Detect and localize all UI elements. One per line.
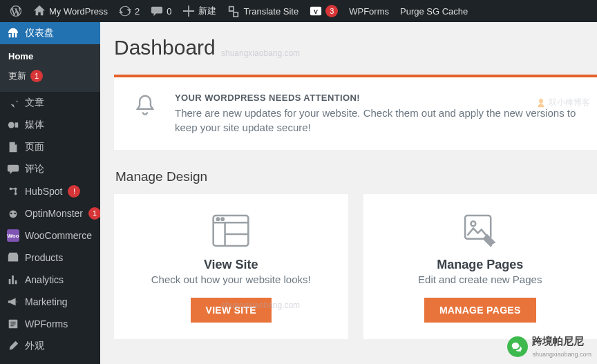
analytics-icon	[7, 274, 19, 286]
home-icon	[33, 5, 46, 17]
dashboard-label: 仪表盘	[25, 27, 54, 39]
wp-logo[interactable]	[4, 0, 28, 22]
vd-icon: V	[310, 5, 322, 17]
sidebar-item-optinmonster[interactable]: OptinMonster1	[0, 202, 100, 224]
vd-badge: 3	[325, 5, 338, 17]
svg-point-12	[217, 218, 219, 220]
view-site-button[interactable]: VIEW SITE	[191, 298, 272, 323]
dashboard-submenu: Home 更新1	[0, 44, 100, 92]
sidebar-item-home[interactable]: Home	[0, 47, 100, 66]
wpforms-link[interactable]: WPForms	[343, 0, 395, 22]
svg-text:V: V	[314, 8, 318, 15]
svg-point-8	[14, 213, 16, 215]
page-title: Dashboard	[114, 36, 597, 59]
refresh-icon	[119, 5, 131, 17]
comments-count: 0	[167, 6, 171, 17]
sidebar-item-dashboard[interactable]: 仪表盘	[0, 22, 100, 44]
products-icon	[7, 251, 19, 264]
content-area: Dashboard YOUR WORDPRESS NEEDS ATTENTION…	[100, 22, 597, 364]
page-icon	[7, 141, 19, 153]
admin-bar: My WordPress 2 0 新建 Translate Site V3 WP…	[0, 0, 597, 22]
visual-diff[interactable]: V3	[304, 0, 343, 22]
manage-pages-card: Manage Pages Edit and create new Pages M…	[363, 194, 598, 339]
brush-icon	[7, 340, 19, 352]
sidebar-item-hubspot[interactable]: HubSpot!	[0, 180, 100, 202]
comments[interactable]: 0	[145, 0, 177, 22]
comments-icon	[7, 163, 19, 175]
translate-site[interactable]: Translate Site	[222, 0, 304, 22]
svg-point-17	[471, 222, 475, 227]
optinmonster-badge: 1	[88, 207, 100, 220]
pin-icon	[7, 97, 19, 109]
wordpress-icon	[10, 5, 22, 17]
hubspot-badge: !	[68, 185, 80, 198]
attention-notice: YOUR WORDPRESS NEEDS ATTENTION! There ar…	[114, 75, 597, 150]
image-cursor-icon	[462, 213, 499, 248]
translate-label: Translate Site	[243, 6, 298, 17]
new-content[interactable]: 新建	[177, 0, 222, 22]
woo-icon: Woo	[7, 229, 19, 242]
sidebar-item-products[interactable]: Products	[0, 247, 100, 269]
cards-row: View Site Check out how your website loo…	[114, 194, 597, 339]
updates-count: 2	[135, 6, 140, 17]
plus-icon	[182, 5, 195, 17]
updates-badge: 1	[30, 70, 43, 82]
notice-body: There are new updates for your website. …	[175, 106, 579, 135]
sidebar-item-appearance[interactable]: 外观	[0, 335, 100, 357]
bell-icon	[132, 93, 160, 120]
purge-cache[interactable]: Purge SG Cache	[395, 0, 473, 22]
site-name[interactable]: My WordPress	[28, 0, 113, 22]
notice-title: YOUR WORDPRESS NEEDS ATTENTION!	[175, 93, 579, 103]
sidebar-item-pages[interactable]: 页面	[0, 136, 100, 158]
translate-icon	[227, 5, 240, 17]
sidebar-item-analytics[interactable]: Analytics	[0, 269, 100, 291]
hubspot-icon	[7, 185, 19, 198]
sidebar-item-woocommerce[interactable]: WooWooCommerce	[0, 224, 100, 247]
new-label: 新建	[198, 5, 216, 17]
view-site-desc: Check out how your website looks!	[151, 274, 311, 285]
sidebar-item-wpforms[interactable]: WPForms	[0, 313, 100, 335]
sidebar-item-comments[interactable]: 评论	[0, 158, 100, 180]
admin-sidebar: 仪表盘 Home 更新1 文章 媒体 页面 评论 HubSpot! OptinM…	[0, 22, 100, 364]
form-icon	[7, 318, 19, 330]
purge-label: Purge SG Cache	[400, 6, 468, 17]
view-site-title: View Site	[204, 258, 258, 272]
sidebar-item-media[interactable]: 媒体	[0, 114, 100, 136]
sidebar-item-marketing[interactable]: Marketing	[0, 291, 100, 313]
wpforms-label: WPForms	[349, 6, 389, 17]
svg-point-7	[10, 213, 12, 215]
view-site-card: View Site Check out how your website loo…	[114, 194, 348, 339]
layout-icon	[212, 213, 249, 248]
updates[interactable]: 2	[113, 0, 145, 22]
sidebar-item-posts[interactable]: 文章	[0, 92, 100, 114]
site-name-label: My WordPress	[49, 6, 108, 17]
optinmonster-icon	[7, 207, 19, 220]
manage-pages-title: Manage Pages	[437, 258, 523, 272]
megaphone-icon	[7, 296, 19, 308]
manage-design-heading: Manage Design	[115, 169, 597, 184]
media-icon	[7, 119, 19, 131]
dashboard-icon	[7, 27, 19, 39]
svg-point-6	[10, 211, 17, 218]
svg-point-2	[8, 122, 15, 128]
comment-icon	[151, 5, 163, 17]
manage-pages-button[interactable]: MANAGE PAGES	[424, 298, 536, 323]
svg-point-13	[222, 218, 224, 220]
manage-pages-desc: Edit and create new Pages	[418, 274, 542, 285]
sidebar-item-updates[interactable]: 更新1	[0, 66, 100, 86]
